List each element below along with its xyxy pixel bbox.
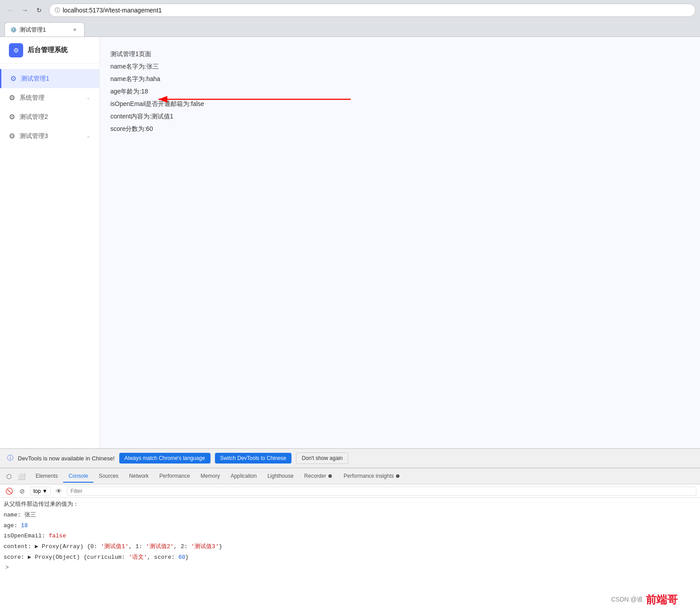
gear-icon-1: ⚙ xyxy=(10,74,16,83)
devtools-panel: ⬡ ⬜ Elements Console Sources Network Per… xyxy=(0,468,700,614)
dont-show-again-button[interactable]: Don't show again xyxy=(296,452,348,464)
console-output: 从父组件那边传过来的值为： name: 张三 age: 18 isOpenEma… xyxy=(0,498,700,614)
console-line-name: name: 张三 xyxy=(4,510,696,521)
main-content: 测试管理1页面 name名字为:张三 name名字为:haha age年龄 xyxy=(100,37,700,448)
chevron-down-icon-2: ⌄ xyxy=(86,95,90,101)
sidebar-item-label-4: 测试管理3 xyxy=(20,132,82,140)
page-line-3: name名字为:haha xyxy=(110,73,689,85)
tab-lighthouse[interactable]: Lighthouse xyxy=(262,470,299,483)
frontend-label: 前端哥 xyxy=(646,593,678,607)
console-clear-icon[interactable]: 🚫 xyxy=(4,486,14,496)
devtools-tab-left: ⬡ ⬜ xyxy=(4,471,30,482)
browser-chrome: ← → ↻ ⓘ ⚙️ 测试管理1 × xyxy=(0,0,700,37)
tab-network[interactable]: Network xyxy=(124,470,154,483)
sidebar-item-label-2: 系统管理 xyxy=(20,94,82,102)
context-chevron: ▼ xyxy=(42,488,48,494)
sidebar-item-sys-mgmt[interactable]: ⚙ 系统管理 ⌄ xyxy=(0,88,99,107)
tab-performance-insights[interactable]: Performance insights ⏺ xyxy=(338,470,406,483)
sidebar-logo: ⚙ xyxy=(9,43,23,57)
page-line-1: 测试管理1页面 xyxy=(110,48,689,60)
console-line-content: content: ▶ Proxy(Array) {0: '测试值1', 1: '… xyxy=(4,542,696,553)
sidebar-title: 后台管理系统 xyxy=(28,46,68,54)
tab-performance[interactable]: Performance xyxy=(154,470,195,483)
console-line-header: 从父组件那边传过来的值为： xyxy=(4,500,696,510)
tab-sources[interactable]: Sources xyxy=(93,470,124,483)
sidebar-item-test-mgmt1[interactable]: ⚙ 测试管理1 xyxy=(0,69,99,88)
gear-icon-3: ⚙ xyxy=(9,113,15,121)
console-eye-icon[interactable]: 👁 xyxy=(53,486,64,496)
context-select[interactable]: top ▼ xyxy=(30,487,51,496)
chevron-down-icon-4: ⌄ xyxy=(86,133,90,139)
console-prompt[interactable]: > xyxy=(4,563,696,573)
page-line-5: isOpenEmail是否开通邮箱为:false xyxy=(110,98,689,110)
lock-icon: ⓘ xyxy=(55,7,60,14)
notification-text: DevTools is now available in Chinese! xyxy=(18,455,115,462)
switch-to-chinese-button[interactable]: Switch DevTools to Chinese xyxy=(215,453,292,464)
console-toolbar: 🚫 ⊘ top ▼ 👁 xyxy=(0,484,700,498)
tab-console[interactable]: Console xyxy=(63,470,93,483)
sidebar-item-label-3: 测试管理2 xyxy=(20,113,90,121)
reload-button[interactable]: ↻ xyxy=(33,4,45,16)
watermark: CSDN @谁 前端哥 xyxy=(611,593,678,607)
devtools-device-icon[interactable]: ⬜ xyxy=(16,471,27,482)
address-bar: ⓘ xyxy=(49,4,696,17)
sidebar-item-test-mgmt2[interactable]: ⚙ 测试管理2 xyxy=(0,107,99,126)
gear-icon-2: ⚙ xyxy=(9,94,15,102)
page-line-2: name名字为:张三 xyxy=(110,60,689,73)
console-line-age: age: 18 xyxy=(4,521,696,532)
devtools-notification: ⓘ DevTools is now available in Chinese! … xyxy=(0,448,700,468)
tab-gear-icon: ⚙️ xyxy=(10,27,17,33)
tab-close-button[interactable]: × xyxy=(71,26,79,34)
back-button[interactable]: ← xyxy=(4,4,17,16)
tab-bar: ⚙️ 测试管理1 × xyxy=(0,20,700,37)
sidebar-nav: ⚙ 测试管理1 ⚙ 系统管理 ⌄ ⚙ 测试管理2 ⚙ 测试管理3 ⌄ xyxy=(0,64,99,448)
page-line-4: age年龄为:18 xyxy=(110,85,689,98)
tab-memory[interactable]: Memory xyxy=(195,470,225,483)
page-line-7: score分数为:60 xyxy=(110,122,689,135)
url-input[interactable] xyxy=(63,7,690,14)
csdn-label: CSDN @谁 xyxy=(611,596,643,604)
console-line-email: isOpenEmail: false xyxy=(4,531,696,542)
console-filter-icon[interactable]: ⊘ xyxy=(17,486,28,496)
devtools-cursor-icon[interactable]: ⬡ xyxy=(4,471,14,482)
browser-toolbar: ← → ↻ ⓘ xyxy=(0,0,700,20)
console-filter-input[interactable] xyxy=(67,487,696,496)
sidebar-item-test-mgmt3[interactable]: ⚙ 测试管理3 ⌄ xyxy=(0,126,99,146)
sidebar-item-label-1: 测试管理1 xyxy=(21,75,90,83)
tab-recorder[interactable]: Recorder ⏺ xyxy=(299,470,339,483)
logo-gear-icon: ⚙ xyxy=(13,47,19,54)
sidebar-header: ⚙ 后台管理系统 xyxy=(0,37,99,64)
nav-buttons: ← → ↻ xyxy=(4,4,45,16)
tab-application[interactable]: Application xyxy=(225,470,262,483)
browser-tab-active[interactable]: ⚙️ 测试管理1 × xyxy=(4,22,85,37)
app-content: ⚙ 后台管理系统 ⚙ 测试管理1 ⚙ 系统管理 ⌄ ⚙ 测试管理2 xyxy=(0,37,700,448)
info-icon: ⓘ xyxy=(7,454,13,462)
page-line-6: content内容为:测试值1 xyxy=(110,110,689,122)
tab-elements[interactable]: Elements xyxy=(30,470,63,483)
page-info: 测试管理1页面 name名字为:张三 name名字为:haha age年龄 xyxy=(110,48,689,135)
always-match-button[interactable]: Always match Chrome's language xyxy=(119,453,210,464)
context-label: top xyxy=(33,488,41,494)
app-wrapper: ⚙ 后台管理系统 ⚙ 测试管理1 ⚙ 系统管理 ⌄ ⚙ 测试管理2 xyxy=(0,37,700,614)
forward-button[interactable]: → xyxy=(19,4,31,16)
console-line-score: score: ▶ Proxy(Object) {curriculum: '语文'… xyxy=(4,553,696,563)
devtools-tabs: ⬡ ⬜ Elements Console Sources Network Per… xyxy=(0,468,700,484)
gear-icon-4: ⚙ xyxy=(9,132,15,140)
sidebar: ⚙ 后台管理系统 ⚙ 测试管理1 ⚙ 系统管理 ⌄ ⚙ 测试管理2 xyxy=(0,37,100,448)
tab-label: 测试管理1 xyxy=(20,26,68,34)
